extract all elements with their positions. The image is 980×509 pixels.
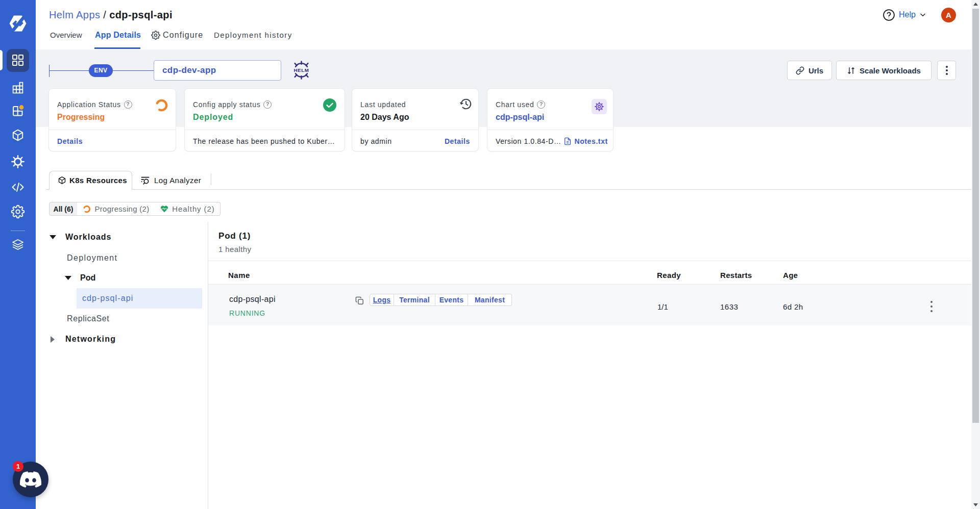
svg-text:HELM: HELM [293, 67, 309, 73]
